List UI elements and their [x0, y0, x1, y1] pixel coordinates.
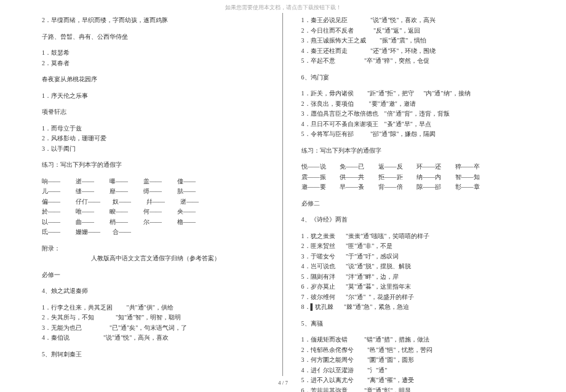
table-row: 响—— 逝—— 曝—— 盖—— 僮——: [42, 177, 270, 187]
table-row: 於—— 唯—— 畯—— 何—— 央——: [42, 207, 270, 217]
answer-line: 4．进亻尔以至濯游 "氵"通": [301, 366, 530, 376]
text-line: 6、鸿门宴: [301, 73, 530, 83]
answer-line: 2．失其所与，不知 "知"通"智"，明智，聪明: [42, 313, 270, 323]
answer-line: 4．岂可说也 "说"通"脱"，摆脱、解脱: [301, 262, 530, 272]
text-line: 5、离骚: [301, 319, 530, 329]
answer-line: 1．距关，毋内诸侯 "距"通"拒"，把守 "内"通"纳"，接纳: [301, 89, 530, 99]
text-line: 4、《诗经》两首: [301, 215, 530, 225]
right-column: 1．秦王必说见臣 "说"通"悦"，喜欢，高兴 2．今日往而不反者 "反"通"返"…: [283, 13, 542, 376]
answer-line: 1．犹之蚩蚩 "蚩蚩"通"嗤嗤"，笑嘻嘻的样子: [301, 231, 530, 242]
answer-line: 5．卒起不意 "卒"通"猝"，突然，仓促: [301, 56, 530, 66]
text-line: 必修一: [42, 270, 270, 281]
table-row: 儿—— 缝—— 靡—— 缛—— 胠——: [42, 186, 270, 197]
text-line: 2．莫春者: [42, 58, 270, 69]
text-line: 1．鼓瑟希: [42, 48, 270, 58]
text-line: 1．序天伦之乐事: [42, 91, 270, 102]
answer-line: 5．进不入以离尤兮 "离"通"罹"，遭受: [301, 375, 530, 386]
text-line: 2．早缫而绪，早织而缕，字而幼孩，遂而鸡豚: [42, 15, 270, 26]
answer-line: 1．行李之往来，共其乏困 "共"通"供"，供给: [42, 303, 270, 313]
answer-line: 2．匪来贸丝 "匪"通"非"，不是: [301, 241, 530, 252]
answer-line: 2．张良出，要项伯 "要"通"邀"，邀请: [301, 99, 530, 110]
answer-line: 4．秦王还柱而走 "还"通"环"，环绕，围绕: [301, 46, 530, 57]
table-row: 悦——说 免——已 返——反 环——还 猝——卒: [301, 162, 530, 172]
table-row: 邀——要 早——蚤 背——倍 隙——郤 彰——章: [301, 182, 530, 193]
answer-line: 1．秦王必说见臣 "说"通"悦"，喜欢，高兴: [301, 15, 530, 26]
answer-line: 7．彼尔维何 "尔"通" "，花盛开的样子: [301, 292, 530, 303]
answer-line: 2．今日往而不反者 "反"通"返"，返回: [301, 26, 530, 36]
text-line: 项脊轩志: [42, 107, 270, 118]
table-row: 震——振 供——共 拒——距 纳——内 智——知: [301, 172, 530, 183]
section-title: 人教版高中语文文言文通假字归纳（参考答案）: [42, 254, 270, 264]
text-line: 附录：: [42, 244, 270, 254]
text-line: 练习：写出下列本字的通假字: [301, 146, 530, 156]
top-notice: 如果您需要使用本文档，请点击下载按钮下载！: [0, 0, 566, 13]
text-line: 春夜宴从弟桃花园序: [42, 74, 270, 85]
answer-line: 5．令将军与臣有郤 "郤"通"隙"，嫌怨，隔阂: [301, 129, 530, 140]
answer-line: 6．岁亦莫止 "莫"通"暮"，这里指年末: [301, 282, 530, 292]
text-line: 4、烛之武退秦师: [42, 286, 270, 297]
answer-line: 5．隰则有泮 "泮"通"畔"，边，岸: [301, 272, 530, 282]
table-row: 偏—— 仔仃—— 奴—— 幷—— 逝——: [42, 197, 270, 207]
text-line: 练习：写出下列本字的通假字: [42, 160, 270, 170]
text-line: 子路、曾皙、冉有、公西华侍坐: [42, 32, 270, 42]
answer-line: 4．秦伯说 "说"通"悦"，高兴，喜欢: [42, 333, 270, 343]
answer-line: 3．愿伯具言臣之不敢倍德也 "倍"通"背"，违背，背叛: [301, 109, 530, 119]
answer-line: 6．芳菲菲其弥章 "章"通"彰"，明显: [301, 386, 530, 393]
text-line: 必修二: [301, 199, 530, 209]
answer-line: 2．忳郁邑余侘傺兮 "邑"通"悒"，忧愁，苦闷: [301, 345, 530, 356]
table-row: 以—— 曲—— 梢—— 尔—— 橹——: [42, 217, 270, 228]
page-content: 2．早缫而绪，早织而缕，字而幼孩，遂而鸡豚 子路、曾皙、冉有、公西华侍坐 1．鼓…: [0, 13, 566, 376]
answer-line: 3．于嗟女兮 "于"通"吁"，感叹词: [301, 252, 530, 262]
text-line: 5、荆轲刺秦王: [42, 350, 270, 360]
left-column: 2．早缫而绪，早织而缕，字而幼孩，遂而鸡豚 子路、曾皙、冉有、公西华侍坐 1．鼓…: [37, 13, 283, 376]
answer-line: 3．无能为也已 "已"通"矣"，句末语气词，了: [42, 323, 270, 334]
answer-line: 1．偭规矩而改错 "错"通"措"，措施，做法: [301, 335, 530, 345]
text-line: 2．风移影动，珊珊可爱: [42, 134, 270, 144]
answer-line: 3．燕王诚振怖大王之威 "振"通"震"，惧怕: [301, 36, 530, 46]
answer-line: 3．何方圜之能周兮 "圜"通"圆"，圆形: [301, 355, 530, 366]
text-line: 1．而母立于兹: [42, 124, 270, 134]
answer-line: 4．旦日不可不蚤自来谢项王 "蚤"通"早"，早点: [301, 119, 530, 130]
answer-line: 8．▌犹孔棘 "棘"通"急"，紧急，急迫: [301, 302, 530, 313]
text-line: 3．以手阖门: [42, 144, 270, 154]
table-row: 氐—— 姗姗—— 合——: [42, 227, 270, 238]
